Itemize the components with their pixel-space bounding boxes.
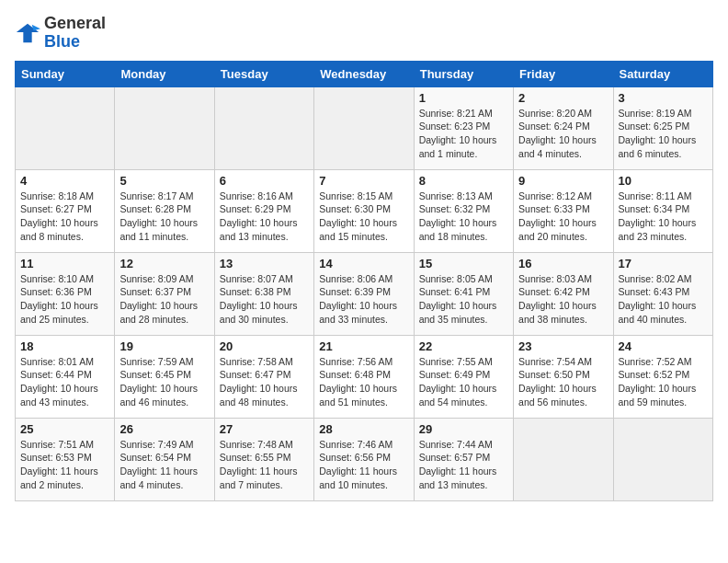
calendar-table: SundayMondayTuesdayWednesdayThursdayFrid… xyxy=(15,61,713,501)
calendar-cell: 5Sunrise: 8:17 AM Sunset: 6:28 PM Daylig… xyxy=(115,169,214,252)
weekday-header: Thursday xyxy=(414,61,513,86)
calendar-week-row: 25Sunrise: 7:51 AM Sunset: 6:53 PM Dayli… xyxy=(16,418,713,500)
day-number: 23 xyxy=(518,339,608,353)
calendar-cell: 25Sunrise: 7:51 AM Sunset: 6:53 PM Dayli… xyxy=(16,418,115,500)
weekday-header: Tuesday xyxy=(214,61,313,86)
day-info: Sunrise: 7:48 AM Sunset: 6:55 PM Dayligh… xyxy=(220,438,309,492)
day-number: 22 xyxy=(419,339,508,353)
day-number: 11 xyxy=(20,257,109,270)
day-number: 29 xyxy=(419,422,508,436)
day-number: 1 xyxy=(419,91,508,105)
calendar-cell: 20Sunrise: 7:58 AM Sunset: 6:47 PM Dayli… xyxy=(214,335,313,418)
day-info: Sunrise: 8:05 AM Sunset: 6:41 PM Dayligh… xyxy=(419,272,508,327)
day-number: 16 xyxy=(518,257,608,270)
weekday-header: Friday xyxy=(514,61,613,86)
day-info: Sunrise: 7:46 AM Sunset: 6:56 PM Dayligh… xyxy=(319,438,408,492)
day-info: Sunrise: 7:49 AM Sunset: 6:54 PM Dayligh… xyxy=(119,438,209,492)
calendar-cell: 12Sunrise: 8:09 AM Sunset: 6:37 PM Dayli… xyxy=(115,252,214,335)
day-info: Sunrise: 8:06 AM Sunset: 6:39 PM Dayligh… xyxy=(319,272,408,327)
day-info: Sunrise: 8:02 AM Sunset: 6:43 PM Dayligh… xyxy=(619,272,708,327)
calendar-cell: 15Sunrise: 8:05 AM Sunset: 6:41 PM Dayli… xyxy=(414,252,513,335)
calendar-cell: 11Sunrise: 8:10 AM Sunset: 6:36 PM Dayli… xyxy=(16,252,115,335)
day-info: Sunrise: 7:44 AM Sunset: 6:57 PM Dayligh… xyxy=(419,438,508,492)
day-number: 10 xyxy=(619,174,708,188)
calendar-cell: 16Sunrise: 8:03 AM Sunset: 6:42 PM Dayli… xyxy=(514,252,613,335)
calendar-week-row: 11Sunrise: 8:10 AM Sunset: 6:36 PM Dayli… xyxy=(16,252,713,335)
day-number: 18 xyxy=(20,339,109,353)
day-number: 13 xyxy=(220,257,309,270)
day-info: Sunrise: 8:15 AM Sunset: 6:30 PM Dayligh… xyxy=(319,190,408,244)
calendar-cell: 4Sunrise: 8:18 AM Sunset: 6:27 PM Daylig… xyxy=(16,169,115,252)
calendar-cell xyxy=(115,86,214,169)
calendar-week-row: 4Sunrise: 8:18 AM Sunset: 6:27 PM Daylig… xyxy=(16,169,713,252)
weekday-header: Saturday xyxy=(613,61,712,86)
day-number: 17 xyxy=(619,257,708,270)
calendar-cell: 10Sunrise: 8:11 AM Sunset: 6:34 PM Dayli… xyxy=(613,169,712,252)
calendar-cell: 18Sunrise: 8:01 AM Sunset: 6:44 PM Dayli… xyxy=(16,335,115,418)
day-info: Sunrise: 8:03 AM Sunset: 6:42 PM Dayligh… xyxy=(518,272,608,327)
weekday-header: Sunday xyxy=(16,61,115,86)
calendar-cell: 2Sunrise: 8:20 AM Sunset: 6:24 PM Daylig… xyxy=(514,86,613,169)
calendar-cell: 8Sunrise: 8:13 AM Sunset: 6:32 PM Daylig… xyxy=(414,169,513,252)
day-number: 24 xyxy=(619,339,708,353)
day-number: 28 xyxy=(319,422,408,436)
calendar-cell: 21Sunrise: 7:56 AM Sunset: 6:48 PM Dayli… xyxy=(314,335,414,418)
calendar-week-row: 18Sunrise: 8:01 AM Sunset: 6:44 PM Dayli… xyxy=(16,335,713,418)
calendar-cell: 9Sunrise: 8:12 AM Sunset: 6:33 PM Daylig… xyxy=(514,169,613,252)
day-info: Sunrise: 8:18 AM Sunset: 6:27 PM Dayligh… xyxy=(20,190,109,244)
day-number: 26 xyxy=(119,422,209,436)
day-number: 25 xyxy=(20,422,109,436)
day-number: 20 xyxy=(220,339,309,353)
day-number: 9 xyxy=(518,174,608,188)
calendar-cell: 24Sunrise: 7:52 AM Sunset: 6:52 PM Dayli… xyxy=(613,335,712,418)
day-info: Sunrise: 8:17 AM Sunset: 6:28 PM Dayligh… xyxy=(119,190,209,244)
calendar-cell xyxy=(514,418,613,500)
logo-bird-icon xyxy=(15,20,40,46)
day-info: Sunrise: 7:51 AM Sunset: 6:53 PM Dayligh… xyxy=(20,438,109,492)
day-number: 7 xyxy=(319,174,408,188)
day-info: Sunrise: 8:10 AM Sunset: 6:36 PM Dayligh… xyxy=(20,272,109,327)
day-info: Sunrise: 8:12 AM Sunset: 6:33 PM Dayligh… xyxy=(518,190,608,244)
day-info: Sunrise: 8:16 AM Sunset: 6:29 PM Dayligh… xyxy=(220,190,309,244)
day-number: 4 xyxy=(20,174,109,188)
day-number: 15 xyxy=(419,257,508,270)
calendar-cell: 13Sunrise: 8:07 AM Sunset: 6:38 PM Dayli… xyxy=(214,252,313,335)
logo-text: General Blue xyxy=(44,15,106,52)
day-info: Sunrise: 8:20 AM Sunset: 6:24 PM Dayligh… xyxy=(518,107,608,161)
calendar-cell xyxy=(613,418,712,500)
day-info: Sunrise: 7:56 AM Sunset: 6:48 PM Dayligh… xyxy=(319,355,408,409)
calendar-cell xyxy=(214,86,313,169)
calendar-cell: 26Sunrise: 7:49 AM Sunset: 6:54 PM Dayli… xyxy=(115,418,214,500)
day-info: Sunrise: 8:07 AM Sunset: 6:38 PM Dayligh… xyxy=(220,272,309,327)
calendar-cell: 27Sunrise: 7:48 AM Sunset: 6:55 PM Dayli… xyxy=(214,418,313,500)
day-info: Sunrise: 8:21 AM Sunset: 6:23 PM Dayligh… xyxy=(419,107,508,161)
weekday-header: Monday xyxy=(115,61,214,86)
day-number: 19 xyxy=(119,339,209,353)
day-number: 2 xyxy=(518,91,608,105)
day-number: 5 xyxy=(119,174,209,188)
day-info: Sunrise: 8:19 AM Sunset: 6:25 PM Dayligh… xyxy=(619,107,708,161)
weekday-header: Wednesday xyxy=(314,61,414,86)
day-info: Sunrise: 8:01 AM Sunset: 6:44 PM Dayligh… xyxy=(20,355,109,409)
calendar-cell: 14Sunrise: 8:06 AM Sunset: 6:39 PM Dayli… xyxy=(314,252,414,335)
day-info: Sunrise: 7:59 AM Sunset: 6:45 PM Dayligh… xyxy=(119,355,209,409)
day-number: 8 xyxy=(419,174,508,188)
day-number: 27 xyxy=(220,422,309,436)
day-info: Sunrise: 8:09 AM Sunset: 6:37 PM Dayligh… xyxy=(119,272,209,327)
calendar-cell: 23Sunrise: 7:54 AM Sunset: 6:50 PM Dayli… xyxy=(514,335,613,418)
calendar-cell: 19Sunrise: 7:59 AM Sunset: 6:45 PM Dayli… xyxy=(115,335,214,418)
day-number: 3 xyxy=(619,91,708,105)
calendar-cell: 1Sunrise: 8:21 AM Sunset: 6:23 PM Daylig… xyxy=(414,86,513,169)
day-number: 6 xyxy=(220,174,309,188)
day-info: Sunrise: 7:52 AM Sunset: 6:52 PM Dayligh… xyxy=(619,355,708,409)
calendar-cell: 6Sunrise: 8:16 AM Sunset: 6:29 PM Daylig… xyxy=(214,169,313,252)
logo: General Blue xyxy=(15,15,106,52)
day-info: Sunrise: 8:11 AM Sunset: 6:34 PM Dayligh… xyxy=(619,190,708,244)
day-number: 14 xyxy=(319,257,408,270)
day-info: Sunrise: 8:13 AM Sunset: 6:32 PM Dayligh… xyxy=(419,190,508,244)
day-info: Sunrise: 7:54 AM Sunset: 6:50 PM Dayligh… xyxy=(518,355,608,409)
day-number: 12 xyxy=(119,257,209,270)
calendar-cell: 3Sunrise: 8:19 AM Sunset: 6:25 PM Daylig… xyxy=(613,86,712,169)
day-info: Sunrise: 7:55 AM Sunset: 6:49 PM Dayligh… xyxy=(419,355,508,409)
calendar-cell: 22Sunrise: 7:55 AM Sunset: 6:49 PM Dayli… xyxy=(414,335,513,418)
